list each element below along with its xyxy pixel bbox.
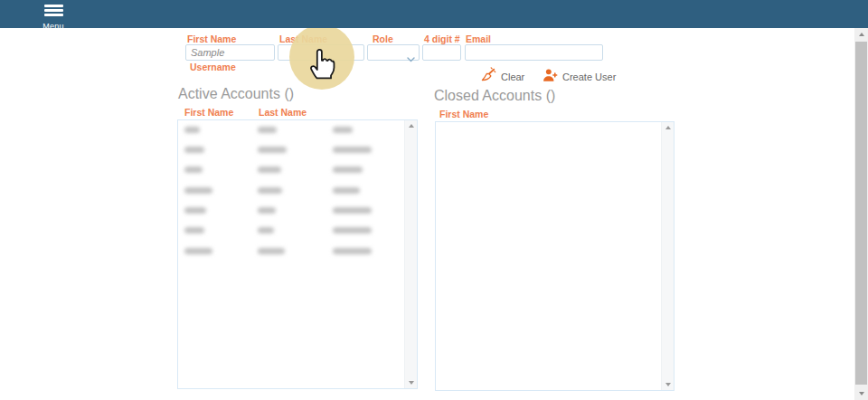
redacted-cell <box>258 187 282 194</box>
active-col-last-name: Last Name <box>259 107 307 118</box>
menu-label: Menu <box>36 22 71 31</box>
last-name-input[interactable] <box>278 44 364 61</box>
active-accounts-list[interactable] <box>177 119 418 389</box>
closed-accounts-title: Closed Accounts () <box>434 88 555 104</box>
last-name-label: Last Name <box>279 33 327 44</box>
create-user-button-label: Create User <box>562 71 616 82</box>
clear-button[interactable]: Clear <box>480 68 524 86</box>
active-list-scrollbar[interactable] <box>404 120 417 388</box>
table-row[interactable] <box>178 144 403 164</box>
table-row[interactable] <box>178 165 403 185</box>
scroll-up-icon[interactable] <box>405 120 418 131</box>
active-accounts-rows <box>178 124 403 266</box>
redacted-cell <box>258 147 287 153</box>
closed-accounts-list[interactable] <box>435 121 675 391</box>
active-accounts-title: Active Accounts () <box>178 86 294 102</box>
create-user-button[interactable]: Create User <box>542 68 616 86</box>
app-window: Menu First Name Last Name Role 4 digit #… <box>0 0 868 400</box>
menu-button[interactable]: Menu <box>36 3 71 31</box>
table-row[interactable] <box>178 245 403 265</box>
redacted-cell <box>184 167 203 173</box>
hamburger-icon <box>44 3 63 16</box>
table-row[interactable] <box>178 225 403 245</box>
redacted-cell <box>258 127 277 133</box>
redacted-cell <box>258 167 281 173</box>
redacted-cell <box>333 248 372 254</box>
redacted-cell <box>184 187 212 194</box>
redacted-cell <box>184 147 204 153</box>
clear-button-label: Clear <box>501 71 524 82</box>
redacted-cell <box>184 207 206 214</box>
first-name-input[interactable] <box>185 44 275 61</box>
page-scrollbar[interactable] <box>854 28 868 400</box>
first-name-label: First Name <box>187 33 236 44</box>
table-row[interactable] <box>178 124 403 144</box>
redacted-cell <box>184 227 204 233</box>
four-digit-label: 4 digit # <box>424 33 460 44</box>
scroll-down-icon[interactable] <box>662 379 675 390</box>
redacted-cell <box>258 248 285 254</box>
chevron-down-icon <box>407 50 415 66</box>
table-row[interactable] <box>178 185 403 205</box>
redacted-cell <box>258 227 274 233</box>
redacted-cell <box>333 147 372 153</box>
scroll-up-icon[interactable] <box>662 122 675 133</box>
redacted-cell <box>258 207 276 214</box>
redacted-cell <box>333 127 353 133</box>
broom-icon <box>480 67 496 87</box>
scroll-down-icon[interactable] <box>405 377 418 388</box>
header-bar: Menu <box>0 0 868 28</box>
role-label: Role <box>373 33 393 44</box>
redacted-cell <box>333 167 363 173</box>
person-plus-icon <box>542 68 558 87</box>
scroll-down-icon[interactable] <box>854 387 868 400</box>
active-col-first-name: First Name <box>184 107 233 118</box>
redacted-cell <box>333 207 372 214</box>
redacted-cell <box>184 248 212 254</box>
scroll-up-icon[interactable] <box>854 28 868 41</box>
closed-col-first-name: First Name <box>439 109 488 119</box>
email-input[interactable] <box>465 44 603 61</box>
redacted-cell <box>333 187 360 194</box>
table-row[interactable] <box>178 205 403 225</box>
scrollbar-thumb[interactable] <box>855 42 867 385</box>
email-label: Email <box>466 33 491 44</box>
four-digit-input[interactable] <box>422 44 461 61</box>
redacted-cell <box>184 127 200 133</box>
username-label: Username <box>190 62 236 72</box>
closed-list-scrollbar[interactable] <box>661 122 674 390</box>
role-select[interactable] <box>367 44 420 61</box>
redacted-cell <box>333 227 372 233</box>
